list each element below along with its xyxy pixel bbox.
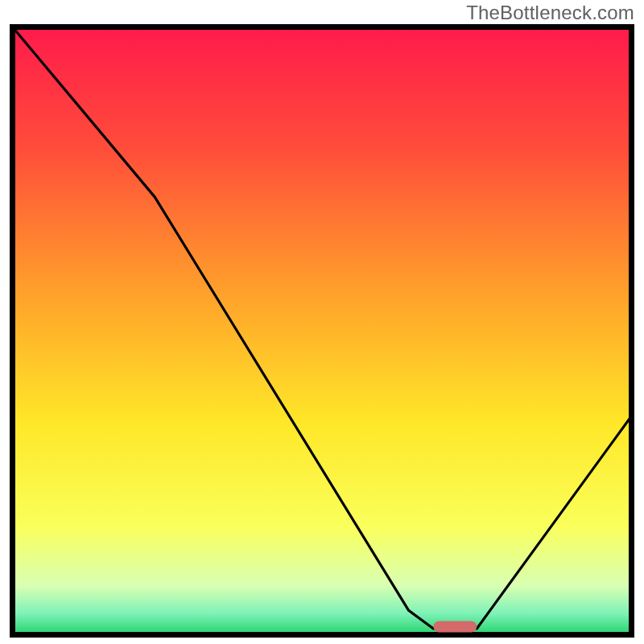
chart-frame: TheBottleneck.com — [0, 0, 644, 644]
watermark-text: TheBottleneck.com — [466, 2, 634, 24]
bottleneck-chart — [0, 0, 644, 644]
optimal-range-marker — [433, 621, 477, 633]
